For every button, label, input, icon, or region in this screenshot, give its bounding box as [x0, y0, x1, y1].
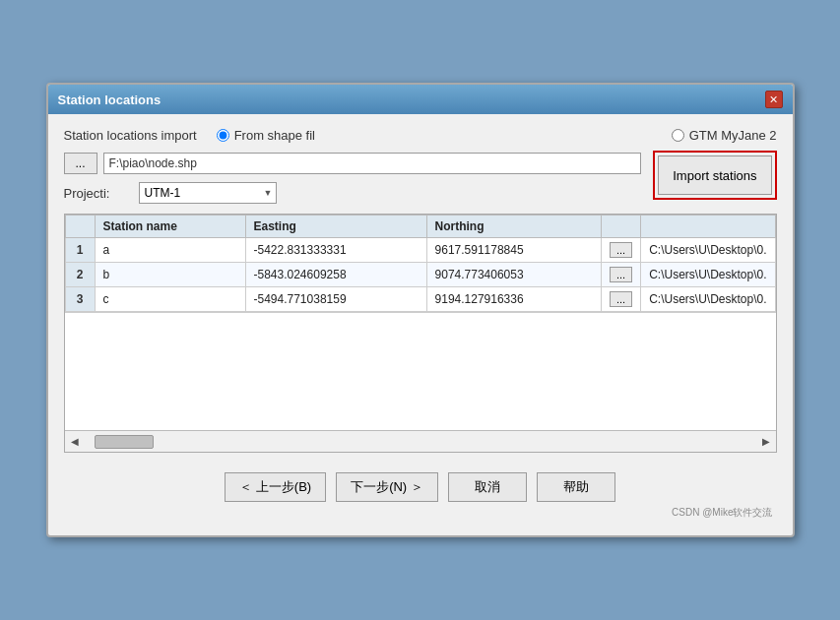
bottom-buttons: ＜ 上一步(B) 下一步(N) ＞ 取消 帮助: [64, 463, 777, 506]
file-row: ... F:\piao\node.shp: [64, 153, 642, 174]
cell-northing: 9617.591178845: [426, 238, 601, 263]
left-controls: Station locations import From shape fil …: [64, 128, 642, 204]
import-stations-button[interactable]: Import stations: [658, 155, 771, 195]
col-station-name: Station name: [95, 216, 245, 238]
file-path-input[interactable]: F:\piao\node.shp: [103, 153, 642, 174]
dialog-title: Station locations: [58, 93, 162, 107]
watermark: CSDN @Mike软件交流: [64, 506, 777, 522]
cell-num: 3: [65, 287, 95, 312]
projection-label: Projecti:: [64, 186, 133, 201]
radio-row: Station locations import From shape fil: [64, 128, 642, 143]
radio-gtm[interactable]: GTM MyJane 2: [672, 128, 777, 143]
scroll-left-arrow[interactable]: ◀: [69, 436, 81, 447]
col-browse: [601, 216, 640, 238]
cell-path: C:\Users\U\Desktop\0.: [641, 238, 775, 263]
cell-browse-btn[interactable]: ...: [601, 263, 640, 287]
cell-path: C:\Users\U\Desktop\0.: [641, 263, 775, 287]
right-controls: GTM MyJane 2 Import stations: [653, 128, 776, 200]
projection-select-wrapper: UTM-1: [139, 182, 277, 204]
cell-browse-btn[interactable]: ...: [601, 238, 640, 263]
import-section-label: Station locations import: [64, 128, 197, 143]
station-locations-dialog: Station locations ✕ Station locations im…: [46, 83, 795, 537]
cell-northing: 9194.127916336: [426, 287, 601, 312]
cell-num: 1: [65, 238, 95, 263]
cell-easting: -5422.831333331: [245, 238, 426, 263]
scroll-thumb[interactable]: [95, 435, 154, 449]
stations-table: Station name Easting Northing 1 a -5422.…: [65, 215, 776, 312]
table-container: Station name Easting Northing 1 a -5422.…: [65, 215, 776, 312]
table-row: 2 b -5843.024609258 9074.773406053 ... C…: [65, 263, 775, 287]
help-button[interactable]: 帮助: [537, 472, 615, 502]
import-btn-wrapper: Import stations: [653, 151, 776, 200]
cell-easting: -5494.771038159: [245, 287, 426, 312]
col-num: [65, 216, 95, 238]
table-section: Station name Easting Northing 1 a -5422.…: [64, 214, 777, 453]
table-row: 3 c -5494.771038159 9194.127916336 ... C…: [65, 287, 775, 312]
next-button[interactable]: 下一步(N) ＞: [336, 472, 438, 502]
horizontal-scrollbar[interactable]: ◀ ▶: [65, 430, 776, 452]
cell-num: 2: [65, 263, 95, 287]
cell-browse-button[interactable]: ...: [610, 291, 632, 307]
radio-gtm-input[interactable]: [672, 129, 684, 142]
radio-gtm-label: GTM MyJane 2: [689, 128, 777, 143]
col-easting: Easting: [245, 216, 426, 238]
browse-button[interactable]: ...: [64, 153, 97, 174]
cell-station-name: a: [95, 238, 245, 263]
cell-browse-button[interactable]: ...: [610, 267, 632, 282]
empty-rows-area: [65, 312, 776, 430]
col-northing: Northing: [426, 216, 601, 238]
prev-button[interactable]: ＜ 上一步(B): [225, 472, 326, 502]
cell-northing: 9074.773406053: [426, 263, 601, 287]
cell-path: C:\Users\U\Desktop\0.: [641, 287, 775, 312]
cell-easting: -5843.024609258: [245, 263, 426, 287]
radio-shape-file[interactable]: From shape fil: [217, 128, 315, 143]
cell-browse-btn[interactable]: ...: [601, 287, 640, 312]
cancel-button[interactable]: 取消: [448, 472, 527, 502]
top-section: Station locations import From shape fil …: [64, 128, 777, 204]
cell-browse-button[interactable]: ...: [610, 242, 632, 258]
title-bar: Station locations ✕: [48, 85, 793, 114]
close-button[interactable]: ✕: [765, 91, 783, 108]
cell-station-name: c: [95, 287, 245, 312]
col-path: [641, 216, 775, 238]
radio-shape-input[interactable]: [217, 129, 229, 142]
cell-station-name: b: [95, 263, 245, 287]
scroll-right-arrow[interactable]: ▶: [760, 436, 772, 447]
radio-shape-label: From shape fil: [234, 128, 315, 143]
projection-select[interactable]: UTM-1: [139, 182, 277, 204]
table-header-row: Station name Easting Northing: [65, 216, 775, 238]
dialog-body: Station locations import From shape fil …: [48, 114, 793, 535]
projection-row: Projecti: UTM-1: [64, 182, 642, 204]
table-row: 1 a -5422.831333331 9617.591178845 ... C…: [65, 238, 775, 263]
